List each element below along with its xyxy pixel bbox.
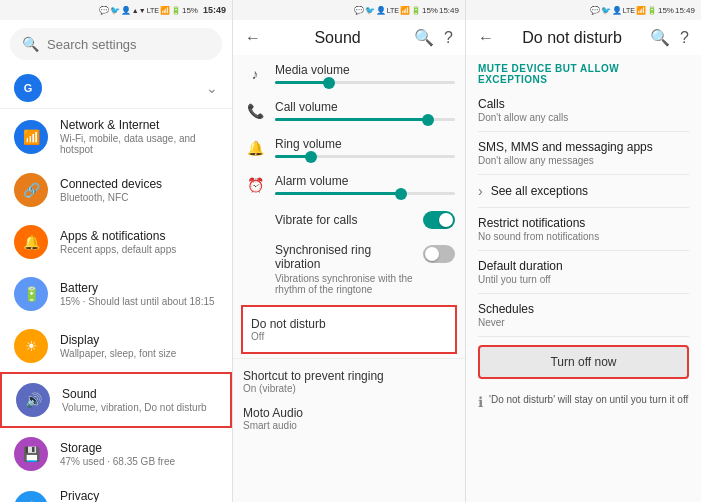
vibrate-calls-toggle[interactable] <box>423 211 455 229</box>
alarm-volume-fill <box>275 192 401 195</box>
moto-row[interactable]: Moto Audio Smart audio <box>233 400 465 437</box>
media-volume-slider[interactable] <box>275 81 455 84</box>
p3-battery-pct: 15% <box>658 6 674 15</box>
battery-subtitle: 15% · Should last until about 18:15 <box>60 296 218 307</box>
alarm-volume-thumb[interactable] <box>395 188 407 200</box>
dnd-back-icon[interactable]: ← <box>478 29 494 47</box>
apps-subtitle: Recent apps, default apps <box>60 244 218 255</box>
dnd-item-sms[interactable]: SMS, MMS and messaging apps Don't allow … <box>466 132 701 174</box>
battery-percent-1: 15% <box>182 6 198 15</box>
turn-off-button[interactable]: Turn off now <box>478 345 689 379</box>
network-icon: 📶 <box>14 120 48 154</box>
call-volume-slider[interactable] <box>275 118 455 121</box>
p2-battery-pct: 15% <box>422 6 438 15</box>
assist-row: G ⌄ <box>0 68 232 109</box>
back-icon[interactable]: ← <box>245 29 261 47</box>
lte-icon: LTE <box>147 7 159 14</box>
dnd-help-icon[interactable]: ? <box>680 29 689 47</box>
p2-signal-icon: 📶 <box>400 6 410 15</box>
whatsapp-icon: 💬 <box>99 6 109 15</box>
settings-item-display[interactable]: ☀ Display Wallpaper, sleep, font size <box>0 320 232 372</box>
network-text: Network & Internet Wi-Fi, mobile, data u… <box>60 118 218 155</box>
dnd-row[interactable]: Do not disturb Off <box>241 305 457 354</box>
settings-item-network[interactable]: 📶 Network & Internet Wi-Fi, mobile, data… <box>0 109 232 164</box>
alarm-volume-label: Alarm volume <box>275 174 455 188</box>
settings-item-storage[interactable]: 💾 Storage 47% used · 68.35 GB free <box>0 428 232 480</box>
dnd-restrict-title: Restrict notifications <box>478 216 689 230</box>
storage-text: Storage 47% used · 68.35 GB free <box>60 441 218 467</box>
status-bar-1: 💬 🐦 👤 ▲▼ LTE 📶 🔋 15% 15:49 <box>0 0 232 20</box>
apps-icon: 🔔 <box>14 225 48 259</box>
vibrate-calls-knob <box>439 213 453 227</box>
p3-signal-icon: 📶 <box>636 6 646 15</box>
settings-item-devices[interactable]: 🔗 Connected devices Bluetooth, NFC <box>0 164 232 216</box>
shortcut-row[interactable]: Shortcut to prevent ringing On (vibrate) <box>233 358 465 400</box>
sync-ring-title: Synchronised ring vibration <box>275 243 415 271</box>
alarm-volume-slider[interactable] <box>275 192 455 195</box>
search-input[interactable] <box>47 37 215 52</box>
dnd-item-schedules[interactable]: Schedules Never <box>466 294 701 336</box>
settings-item-privacy[interactable]: 🔒 Privacy Permissions, account activity,… <box>0 480 232 502</box>
battery-settings-icon: 🔋 <box>14 277 48 311</box>
dnd-calls-subtitle: Don't allow any calls <box>478 112 689 123</box>
dnd-item-restrict[interactable]: Restrict notifications No sound from not… <box>466 208 701 250</box>
sound-search-icon[interactable]: 🔍 <box>414 28 434 47</box>
dnd-search-icon[interactable]: 🔍 <box>650 28 670 47</box>
dnd-schedules-title: Schedules <box>478 302 689 316</box>
settings-item-battery[interactable]: 🔋 Battery 15% · Should last until about … <box>0 268 232 320</box>
dnd-restrict-subtitle: No sound from notifications <box>478 231 689 242</box>
dnd-restrict-text: Restrict notifications No sound from not… <box>478 216 689 242</box>
shortcut-title: Shortcut to prevent ringing <box>243 369 455 383</box>
dnd-sms-text: SMS, MMS and messaging apps Don't allow … <box>478 140 689 166</box>
alarm-volume-content: Alarm volume <box>275 174 455 195</box>
ring-volume-thumb[interactable] <box>305 151 317 163</box>
dnd-item-exceptions[interactable]: › See all exceptions <box>466 175 701 207</box>
apps-text: Apps & notifications Recent apps, defaul… <box>60 229 218 255</box>
vibrate-calls-row[interactable]: Vibrate for calls <box>233 203 465 237</box>
media-volume-fill <box>275 81 329 84</box>
sound-text: Sound Volume, vibration, Do not disturb <box>62 387 216 413</box>
devices-text: Connected devices Bluetooth, NFC <box>60 177 218 203</box>
p2-battery-icon: 🔋 <box>411 6 421 15</box>
p3-whatsapp-icon: 💬 <box>590 6 600 15</box>
call-volume-thumb[interactable] <box>422 114 434 126</box>
sound-subtitle: Volume, vibration, Do not disturb <box>62 402 216 413</box>
person-icon: 👤 <box>121 6 131 15</box>
exceptions-arrow-icon: › <box>478 183 483 199</box>
sync-ring-row[interactable]: Synchronised ring vibration Vibrations s… <box>233 237 465 301</box>
status-bar-3: 💬 🐦 👤 LTE 📶 🔋 15% 15:49 <box>466 0 701 20</box>
settings-item-sound[interactable]: 🔊 Sound Volume, vibration, Do not distur… <box>0 372 232 428</box>
sound-help-icon[interactable]: ? <box>444 29 453 47</box>
battery-text: Battery 15% · Should last until about 18… <box>60 281 218 307</box>
ring-volume-row: 🔔 Ring volume <box>233 129 465 166</box>
dnd-item-calls[interactable]: Calls Don't allow any calls <box>466 89 701 131</box>
dnd-exceptions-title: See all exceptions <box>491 184 689 198</box>
p3-battery-icon: 🔋 <box>647 6 657 15</box>
moto-subtitle: Smart audio <box>243 420 455 431</box>
sound-title: Sound <box>314 29 360 47</box>
settings-item-apps[interactable]: 🔔 Apps & notifications Recent apps, defa… <box>0 216 232 268</box>
dnd-panel: 💬 🐦 👤 LTE 📶 🔋 15% 15:49 ← Do not disturb… <box>466 0 701 502</box>
twitter-icon: 🐦 <box>110 6 120 15</box>
google-assist-icon: G <box>14 74 42 102</box>
alarm-volume-icon: ⏰ <box>243 177 267 193</box>
status-icons-1: 💬 🐦 👤 ▲▼ LTE 📶 🔋 15% 15:49 <box>99 5 226 15</box>
dnd-item-duration[interactable]: Default duration Until you turn off <box>466 251 701 293</box>
storage-subtitle: 47% used · 68.35 GB free <box>60 456 218 467</box>
sync-ring-toggle[interactable] <box>423 245 455 263</box>
time-1: 15:49 <box>203 5 226 15</box>
dnd-sms-subtitle: Don't allow any messages <box>478 155 689 166</box>
shortcut-subtitle: On (vibrate) <box>243 383 455 394</box>
privacy-icon: 🔒 <box>14 491 48 503</box>
media-volume-thumb[interactable] <box>323 77 335 89</box>
settings-panel: 💬 🐦 👤 ▲▼ LTE 📶 🔋 15% 15:49 🔍 G ⌄ 📶 <box>0 0 233 502</box>
ring-volume-slider[interactable] <box>275 155 455 158</box>
storage-title: Storage <box>60 441 218 455</box>
alarm-volume-row: ⏰ Alarm volume <box>233 166 465 203</box>
p3-person-icon: 👤 <box>612 6 622 15</box>
dnd-note-icon: ℹ <box>478 394 483 410</box>
ring-volume-icon: 🔔 <box>243 140 267 156</box>
dnd-toolbar-title: Do not disturb <box>522 29 622 47</box>
sound-toolbar: ← Sound 🔍 ? <box>233 20 465 55</box>
search-bar[interactable]: 🔍 <box>10 28 222 60</box>
